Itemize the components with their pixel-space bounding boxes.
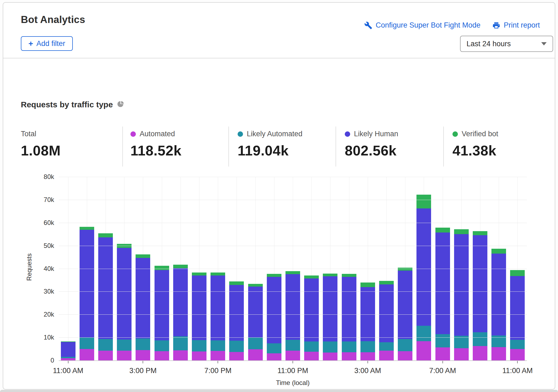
bar-segment-likely_automated [98, 339, 113, 351]
stat-likely-automated: Likely Automated 119.04k [238, 130, 303, 159]
stacked-bar[interactable] [510, 270, 525, 360]
stacked-bar[interactable] [304, 275, 319, 360]
stacked-bar[interactable] [136, 254, 150, 360]
bar-segment-automated [360, 352, 375, 360]
bar-segment-automated [304, 352, 319, 360]
bar-segment-likely_automated [211, 340, 225, 351]
bar-segment-automated [136, 350, 150, 360]
stacked-bar[interactable] [473, 231, 487, 360]
configure-link-label: Configure Super Bot Fight Mode [376, 21, 480, 29]
chevron-down-icon [541, 42, 547, 45]
bar-segment-likely_automated [473, 332, 487, 346]
bar-segment-verified_bot [491, 249, 506, 254]
stacked-bar[interactable] [98, 233, 113, 360]
y-tick-label: 70k [44, 196, 54, 204]
configure-super-bot-fight-mode-link[interactable]: Configure Super Bot Fight Mode [364, 21, 480, 29]
print-link-label: Print report [504, 21, 540, 29]
bar-segment-likely_human [473, 235, 487, 332]
stacked-bar[interactable] [342, 274, 356, 360]
bar-segment-verified_bot [510, 270, 525, 276]
bar-segment-likely_human [491, 254, 506, 336]
bar-segment-verified_bot [342, 274, 356, 277]
stacked-bar[interactable] [454, 229, 469, 360]
stat-divider [336, 127, 336, 167]
stacked-bar[interactable] [229, 281, 244, 360]
bar-segment-likely_human [229, 285, 244, 341]
bar-segment-likely_automated [342, 341, 356, 352]
stacked-bar[interactable] [61, 341, 76, 360]
stat-total-value: 1.08M [21, 142, 61, 159]
stacked-bar[interactable] [323, 274, 337, 360]
x-tick-mark [517, 361, 518, 363]
bar-segment-verified_bot [98, 233, 113, 237]
x-tick-label: 3:00 PM [129, 367, 157, 375]
add-filter-button[interactable]: + Add filter [21, 36, 73, 51]
stat-likely-automated-value: 119.04k [238, 142, 303, 159]
bar-segment-likely_human [136, 258, 150, 339]
gridline [59, 337, 527, 338]
gridline [59, 314, 527, 315]
bar-segment-automated [173, 350, 188, 360]
stacked-bar[interactable] [211, 273, 225, 360]
stacked-bar[interactable] [360, 283, 375, 360]
bar-segment-verified_bot [136, 254, 150, 258]
bar-segment-likely_human [304, 278, 319, 341]
print-report-link[interactable]: Print report [492, 21, 540, 29]
x-tick-mark [218, 361, 218, 363]
x-tick-mark [143, 361, 143, 363]
bar-segment-verified_bot [248, 284, 263, 287]
bar-segment-verified_bot [267, 274, 281, 277]
bar-segment-likely_human [267, 277, 281, 343]
bar-segment-likely_automated [510, 340, 525, 349]
bar-segment-verified_bot [192, 273, 206, 275]
stacked-bar[interactable] [398, 268, 412, 360]
bar-segment-likely_automated [435, 334, 450, 347]
bar-segment-likely_human [117, 248, 132, 340]
bar-segment-verified_bot [304, 275, 319, 278]
bar-segment-likely_human [323, 276, 337, 341]
gridline [59, 246, 527, 246]
pie-chart-icon [117, 101, 124, 109]
stacked-bar[interactable] [435, 228, 450, 360]
bar-segment-likely_automated [267, 343, 281, 353]
stat-automated-value: 118.52k [130, 142, 182, 159]
bar-segment-automated [398, 351, 412, 360]
x-axis-title: Time (local) [59, 379, 527, 387]
bar-segment-likely_human [98, 237, 113, 339]
stacked-bar[interactable] [173, 265, 188, 360]
stacked-bar[interactable] [117, 244, 132, 360]
x-tick-label: 7:00 PM [204, 367, 232, 375]
verified-bot-legend-dot [452, 131, 458, 137]
add-filter-label: Add filter [37, 39, 65, 48]
stacked-bar[interactable] [192, 273, 206, 360]
bar-segment-likely_human [248, 287, 263, 338]
bar-segment-verified_bot [211, 273, 225, 275]
stat-likely-automated-label: Likely Automated [247, 130, 303, 138]
bar-segment-verified_bot [416, 195, 431, 208]
bar-segment-likely_automated [173, 336, 188, 350]
y-tick-label: 50k [44, 242, 54, 250]
bar-segment-likely_human [454, 234, 469, 336]
stacked-bar[interactable] [248, 284, 263, 360]
x-tick-label: 3:00 AM [354, 367, 381, 375]
stacked-bar[interactable] [491, 249, 506, 360]
stacked-bar[interactable] [155, 266, 169, 360]
stat-automated-label: Automated [140, 130, 175, 138]
bar-segment-likely_human [360, 287, 375, 341]
time-range-dropdown[interactable]: Last 24 hours [460, 36, 553, 52]
stacked-bar[interactable] [285, 271, 300, 360]
stacked-bar[interactable] [80, 227, 94, 360]
bar-segment-automated [155, 351, 169, 360]
bar-segment-automated [473, 346, 487, 360]
bar-segment-automated [117, 351, 132, 360]
stacked-bar[interactable] [267, 274, 281, 360]
stacked-bar[interactable] [379, 281, 394, 360]
bar-segment-automated [491, 347, 506, 360]
bar-segment-likely_human [211, 275, 225, 340]
y-axis-labels: 010k20k30k40k50k60k70k80k [3, 177, 54, 360]
bar-segment-likely_human [416, 208, 431, 326]
bar-segment-verified_bot [454, 229, 469, 234]
bar-segment-verified_bot [229, 281, 244, 285]
bar-segment-verified_bot [173, 265, 188, 268]
stacked-bar[interactable] [416, 195, 431, 360]
